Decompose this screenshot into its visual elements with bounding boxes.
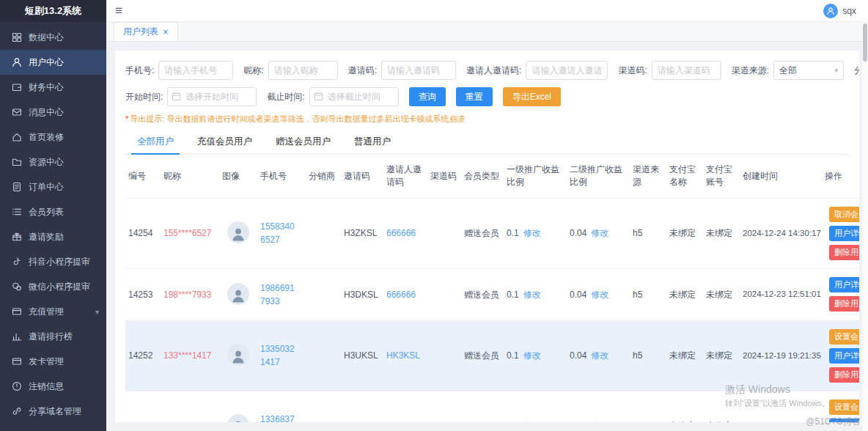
sidebar-item-message-center[interactable]: 消息中心	[0, 100, 106, 125]
reset-button[interactable]: 重置	[456, 87, 493, 106]
invite-code-input[interactable]	[381, 61, 456, 80]
channel-source-select[interactable]: 全部 ▾	[773, 61, 844, 80]
sidebar-item-wechat-review[interactable]: 微信小程序提审	[0, 274, 106, 299]
set-member-button[interactable]: 设置会员	[829, 399, 859, 415]
modify-rate1-link[interactable]: 修改	[523, 290, 541, 300]
sidebar-item-share-domain[interactable]: 分享域名管理	[0, 399, 106, 424]
sidebar-item-label: 财务中心	[29, 81, 64, 94]
calendar-icon	[172, 92, 181, 101]
user-detail-button[interactable]: 用户详情	[829, 226, 859, 241]
tab-close-icon[interactable]: ×	[163, 27, 169, 37]
user-tab-0[interactable]: 全部用户	[125, 130, 185, 154]
calendar-icon	[314, 92, 323, 101]
cell-distributor	[306, 391, 341, 422]
app-title: 短剧13.2系统	[0, 0, 106, 22]
sidebar-item-user-center[interactable]: 用户中心	[0, 50, 106, 75]
search-button[interactable]: 查询	[409, 87, 446, 106]
sidebar-item-label: 邀请排行榜	[29, 331, 73, 343]
vertical-scrollbar[interactable]	[862, 22, 868, 431]
cell-phone[interactable]: 13350321417	[257, 320, 306, 391]
sidebar-item-label: 会员列表	[29, 206, 64, 218]
sidebar-item-home-decorate[interactable]: 首页装修	[0, 125, 106, 150]
nickname-input[interactable]	[268, 61, 338, 80]
phone-input[interactable]	[158, 61, 233, 80]
user-detail-button[interactable]: 用户详情	[829, 348, 859, 364]
sidebar-item-invite-rank[interactable]: 邀请排行榜	[0, 324, 106, 349]
cell-inviter-code[interactable]: HK3KSL	[383, 320, 427, 391]
channel-source-filter: 渠道来源: 全部 ▾	[732, 61, 844, 80]
user-tab-1[interactable]: 充值会员用户	[185, 130, 264, 154]
cell-actions: 设置会员用户详情删除用户	[822, 320, 859, 391]
topbar: ≡ sqx	[106, 0, 868, 22]
user-table: 编号昵称图像手机号分销商邀请码邀请人邀请码渠道码会员类型一级推广收益比例二级推广…	[125, 155, 859, 422]
cell-alipay-name: 未绑定	[666, 198, 703, 268]
column-header: 二级推广收益比例	[567, 155, 630, 198]
sidebar-item-data-center[interactable]: 数据中心	[0, 25, 106, 50]
sidebar-item-resource-center[interactable]: 资源中心	[0, 150, 106, 174]
sidebar-item-order-center[interactable]: 订单中心	[0, 174, 106, 199]
cell-source: h5	[630, 198, 666, 268]
tab-label: 用户列表	[123, 26, 158, 38]
column-header: 一级推广收益比例	[504, 155, 567, 198]
modify-rate2-link[interactable]: 修改	[591, 228, 608, 238]
chevron-down-icon: ▾	[835, 67, 839, 74]
sidebar-item-logout-info[interactable]: 注销信息	[0, 374, 106, 399]
cell-inviter-code[interactable]: 666666	[383, 198, 427, 268]
user-menu[interactable]: sqx	[823, 4, 856, 18]
delete-user-button[interactable]: 删除用户	[829, 296, 859, 312]
column-header: 支付宝名称	[666, 155, 703, 198]
modify-rate1-link[interactable]: 修改	[523, 421, 541, 422]
sidebar-item-member-list[interactable]: 会员列表	[0, 199, 106, 224]
cell-phone[interactable]: 19866917933	[257, 268, 306, 320]
modify-rate1-link[interactable]: 修改	[523, 228, 541, 238]
cell-alipay-account: 未绑定	[703, 198, 740, 268]
sidebar-item-label: 注销信息	[29, 380, 64, 393]
user-tab-3[interactable]: 普通用户	[342, 130, 402, 154]
user-tab-2[interactable]: 赠送会员用户	[264, 130, 342, 154]
scrollbar-thumb[interactable]	[863, 23, 867, 62]
sidebar-item-label: 邀请奖励	[29, 231, 64, 243]
sidebar-item-card-manage[interactable]: 发卡管理	[0, 349, 106, 374]
cell-alipay-account: 未绑定	[703, 391, 740, 422]
tiktok-icon	[12, 257, 22, 267]
cell-member-type: 赠送会员	[461, 198, 504, 268]
sidebar-item-recharge-manage[interactable]: 充值管理▾	[0, 299, 106, 324]
cell-source: h5	[630, 268, 666, 320]
delete-user-button[interactable]: 删除用户	[829, 367, 859, 383]
cell-invite-code: H3JKSL	[341, 391, 383, 422]
channel-code-filter: 渠道码:	[618, 61, 721, 80]
sidebar-item-label: 资源中心	[29, 156, 64, 169]
set-member-button[interactable]: 设置会员	[829, 329, 859, 345]
modify-rate2-link[interactable]: 修改	[591, 350, 608, 361]
menu-toggle-icon[interactable]: ≡	[115, 4, 122, 17]
export-excel-button[interactable]: 导出Excel	[503, 87, 561, 106]
cell-invite-code: H3UKSL	[341, 320, 383, 391]
cell-member-type: -	[461, 391, 504, 422]
tab-user-list[interactable]: 用户列表 ×	[114, 22, 178, 41]
cell-id: 14251	[125, 391, 161, 422]
inviter-code-input[interactable]	[526, 61, 608, 80]
cell-rate1: 0.1修改	[504, 268, 567, 320]
modify-rate1-link[interactable]: 修改	[523, 350, 541, 361]
sidebar-item-finance-center[interactable]: 财务中心	[0, 75, 106, 100]
nickname-filter: 昵称:	[243, 61, 337, 80]
cell-inviter-code[interactable]: 666666	[383, 391, 427, 422]
modify-rate2-link[interactable]: 修改	[591, 290, 608, 300]
channel-code-input[interactable]	[652, 61, 721, 80]
user-avatar	[227, 344, 249, 366]
cell-rate2: 0.04修改	[567, 320, 630, 391]
user-detail-button[interactable]: 用户详情	[829, 419, 859, 422]
modify-rate2-link[interactable]: 修改	[591, 421, 608, 422]
sidebar-item-invite-reward[interactable]: 邀请奖励	[0, 224, 106, 249]
cell-phone[interactable]: 13368377953	[257, 391, 306, 422]
sidebar-item-label: 充值管理	[29, 306, 64, 318]
user-detail-button[interactable]: 用户详情	[829, 277, 859, 292]
cell-inviter-code[interactable]: 666666	[383, 268, 427, 320]
column-header: 操作	[822, 155, 859, 198]
cell-phone[interactable]: 15583406527	[257, 198, 306, 268]
cell-actions: 设置会员用户详情删除用户	[822, 391, 859, 422]
mail-icon	[12, 107, 22, 117]
delete-user-button[interactable]: 删除用户	[829, 245, 859, 260]
sidebar-item-douyin-review[interactable]: 抖音小程序提审	[0, 249, 106, 274]
cancel-member-button[interactable]: 取消会员	[829, 207, 859, 222]
